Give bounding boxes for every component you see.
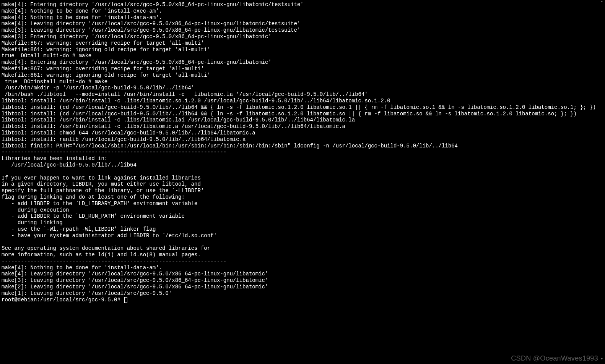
terminal-line: make[4]: Entering directory '/usr/local/…	[2, 2, 597, 8]
terminal-line: Makefile:861: warning: ignoring old reci…	[2, 47, 597, 53]
terminal-line: make[4]: Nothing to be done for 'install…	[2, 8, 597, 15]
terminal-line: make[3]: Leaving directory '/usr/local/s…	[2, 27, 597, 34]
terminal-output[interactable]: make[4]: Entering directory '/usr/local/…	[0, 0, 598, 304]
terminal-line: - add LIBDIR to the `LD_LIBRARY_PATH' en…	[2, 201, 597, 207]
terminal-line: libtool: install: /usr/bin/install -c .l…	[2, 117, 597, 123]
scroll-down-arrow-icon[interactable]: ˅	[598, 358, 605, 364]
scroll-up-arrow-icon[interactable]: ˄	[598, 0, 605, 6]
terminal-line: /usr/local/gcc-build-9.5.0/lib/../lib64	[2, 162, 597, 168]
terminal-line: more information, such as the ld(1) and …	[2, 252, 597, 258]
terminal-line: make[4]: Entering directory '/usr/local/…	[2, 59, 597, 66]
terminal-line: - have your system administrator add LIB…	[2, 233, 597, 239]
terminal-line: during execution	[2, 207, 597, 214]
terminal-line: - add LIBDIR to the `LD_RUN_PATH' enviro…	[2, 213, 597, 220]
terminal-line: make[3]: Entering directory '/usr/local/…	[2, 34, 597, 40]
terminal-line: make[4]: Nothing to be done for 'install…	[2, 15, 597, 21]
terminal-line: flag during linking and do at least one …	[2, 194, 597, 201]
terminal-line: Makefile:861: warning: ignoring old reci…	[2, 72, 597, 79]
cursor-icon	[124, 297, 127, 303]
terminal-line: true DO=all multi-do # make	[2, 53, 597, 59]
terminal-line: in a given directory, LIBDIR, you must e…	[2, 181, 597, 188]
terminal-line: See any operating system documentation a…	[2, 245, 597, 252]
terminal-line: libtool: install: chmod 644 /usr/local/g…	[2, 130, 597, 136]
terminal-line	[2, 168, 597, 175]
terminal-line: - use the `-Wl,-rpath -Wl,LIBDIR' linker…	[2, 226, 597, 233]
terminal-line: true DO=install multi-do # make	[2, 79, 597, 85]
terminal-line	[2, 239, 597, 245]
terminal-line: libtool: install: ranlib /usr/local/gcc-…	[2, 136, 597, 143]
terminal-line: Makefile:867: warning: overriding recipe…	[2, 40, 597, 47]
terminal-line: libtool: install: (cd /usr/local/gcc-bui…	[2, 104, 597, 111]
watermark-text: CSDN @OceanWaves1993	[511, 355, 598, 362]
terminal-line: make[4]: Leaving directory '/usr/local/s…	[2, 271, 597, 277]
terminal-line: libtool: install: (cd /usr/local/gcc-bui…	[2, 111, 597, 117]
terminal-line: ----------------------------------------…	[2, 149, 597, 155]
terminal-line: during linking	[2, 220, 597, 226]
terminal-line: Makefile:867: warning: overriding recipe…	[2, 66, 597, 72]
terminal-line: ----------------------------------------…	[2, 258, 597, 265]
terminal-line: /bin/bash ./libtool --mode=install /usr/…	[2, 91, 597, 98]
terminal-line: Libraries have been installed in:	[2, 155, 597, 162]
terminal-line: /usr/bin/mkdir -p '/usr/local/gcc-build-…	[2, 85, 597, 91]
terminal-line: make[1]: Leaving directory '/usr/local/s…	[2, 290, 597, 297]
prompt-text: root@debian:/usr/local/src/gcc-9.5.0#	[2, 297, 124, 303]
terminal-line: If you ever happen to want to link again…	[2, 175, 597, 181]
terminal-line: specify the full pathname of the library…	[2, 188, 597, 194]
terminal-line: make[3]: Leaving directory '/usr/local/s…	[2, 277, 597, 284]
terminal-line: libtool: install: /usr/bin/install -c .l…	[2, 123, 597, 130]
terminal-line: libtool: finish: PATH="/usr/local/sbin:/…	[2, 143, 597, 149]
terminal-line: make[4]: Leaving directory '/usr/local/s…	[2, 21, 597, 27]
terminal-line: libtool: install: /usr/bin/install -c .l…	[2, 98, 597, 104]
terminal-line: make[2]: Leaving directory '/usr/local/s…	[2, 284, 597, 290]
terminal-line: make[4]: Nothing to be done for 'install…	[2, 265, 597, 271]
terminal-prompt[interactable]: root@debian:/usr/local/src/gcc-9.5.0#	[2, 297, 597, 303]
vertical-scrollbar[interactable]: ˄ ˅	[598, 0, 605, 364]
